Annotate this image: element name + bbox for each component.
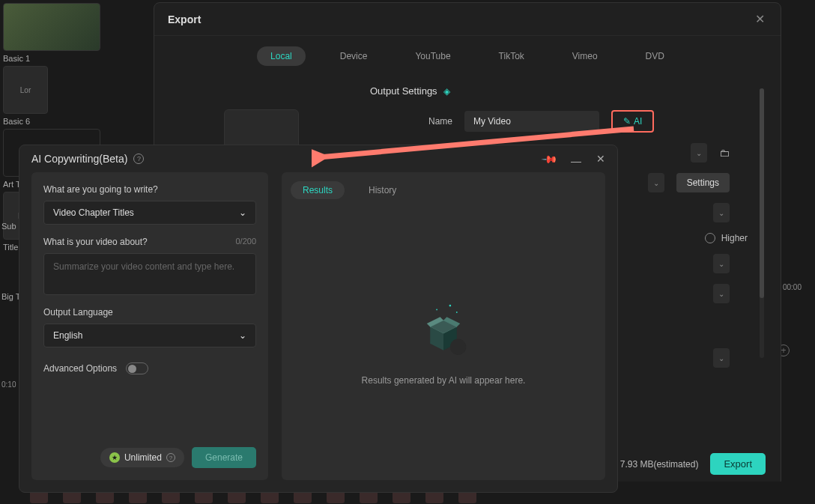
empty-text: Results generated by AI will appear here…	[362, 375, 526, 386]
ai-panel-header: AI Copywriting(Beta) ? 📌 ✕	[19, 145, 617, 172]
ai-form: What are you going to write? Video Chapt…	[31, 172, 268, 480]
svg-point-2	[449, 304, 452, 306]
chevron-down-icon[interactable]: ⌄	[648, 173, 664, 192]
results-tabs: Results History	[291, 181, 596, 199]
chevron-down-icon[interactable]: ⌄	[713, 348, 730, 368]
advanced-toggle[interactable]	[126, 362, 148, 374]
tab-device[interactable]: Device	[327, 46, 381, 66]
help-icon[interactable]: ?	[133, 154, 144, 164]
tab-dvd[interactable]: DVD	[632, 46, 678, 66]
setting-name-row: Name ✎ AI	[370, 110, 767, 133]
chevron-down-icon[interactable]: ⌄	[713, 254, 730, 273]
thumb-basic6[interactable]: Lor Basic 6	[3, 66, 48, 126]
ai-panel-title: AI Copywriting(Beta)	[31, 153, 127, 165]
about-label: What is your video about? 0/200	[43, 237, 256, 247]
ai-results: Results History Results generated by AI …	[282, 172, 605, 480]
ai-button[interactable]: ✎ AI	[611, 110, 654, 133]
chevron-down-icon: ⌄	[239, 330, 246, 341]
svg-point-10	[450, 338, 466, 354]
export-tabs: Local Device YouTube TikTok Vimeo DVD	[154, 36, 781, 76]
export-header: Export ✕	[154, 3, 781, 36]
output-settings-header: Output Settings ◈	[370, 85, 767, 97]
higher-label: Higher	[721, 233, 748, 243]
lang-select[interactable]: English ⌄	[43, 324, 256, 347]
filesize-label: 7.93 MB(estimated)	[620, 459, 699, 470]
tab-history[interactable]: History	[357, 181, 408, 199]
generate-button[interactable]: Generate	[192, 447, 256, 468]
scroll-thumb	[760, 88, 764, 298]
thumb-image	[3, 3, 100, 51]
chevron-down-icon[interactable]: ⌄	[691, 143, 707, 163]
scrollbar[interactable]	[760, 88, 764, 358]
chevron-down-icon[interactable]: ⌄	[713, 203, 730, 222]
export-button[interactable]: Export	[710, 453, 766, 475]
lang-label: Output Language	[43, 307, 256, 318]
chevron-down-icon[interactable]: ⌄	[713, 284, 730, 303]
minimize-icon[interactable]	[571, 161, 581, 163]
write-type-select[interactable]: Video Chapter Titles ⌄	[43, 201, 256, 225]
name-label: Name	[370, 116, 452, 127]
svg-point-4	[456, 312, 458, 313]
radio-icon[interactable]	[705, 233, 715, 243]
about-textarea[interactable]	[43, 253, 256, 295]
ai-panel-body: What are you going to write? Video Chapt…	[19, 172, 617, 492]
thumb-label: Basic 6	[3, 117, 48, 126]
close-icon[interactable]: ✕	[596, 153, 605, 165]
thumb-label: Basic 1	[3, 54, 100, 63]
pen-icon: ✎	[623, 116, 631, 127]
star-icon: ★	[109, 452, 120, 463]
timeline-marker: 0:10	[1, 380, 16, 389]
help-icon: ?	[166, 453, 175, 462]
advanced-options-row: Advanced Options	[43, 362, 256, 374]
tab-youtube[interactable]: YouTube	[402, 46, 464, 66]
settings-button[interactable]: Settings	[676, 173, 730, 192]
ai-form-footer: ★ Unlimited ? Generate	[43, 447, 256, 468]
export-title: Export	[168, 13, 201, 25]
name-input[interactable]	[464, 111, 599, 132]
tab-tiktok[interactable]: TikTok	[485, 46, 538, 66]
thumb-basic1[interactable]: Basic 1	[3, 3, 100, 63]
timeline-timecode: 00:00	[783, 283, 802, 291]
chevron-down-icon: ⌄	[239, 207, 246, 218]
tab-vimeo[interactable]: Vimeo	[559, 46, 611, 66]
bigt-label: Big T	[1, 292, 20, 301]
empty-box-icon	[410, 300, 477, 360]
pin-icon[interactable]: 📌	[541, 150, 558, 167]
svg-point-3	[436, 309, 437, 310]
write-prompt-label: What are you going to write?	[43, 184, 256, 195]
unlimited-pill[interactable]: ★ Unlimited ?	[100, 448, 184, 467]
cube-icon: ◈	[443, 86, 450, 97]
ai-header-controls: 📌 ✕	[543, 153, 605, 165]
results-empty-state: Results generated by AI will appear here…	[291, 214, 596, 471]
thumb-image: Lor	[3, 66, 48, 114]
tab-results[interactable]: Results	[291, 181, 345, 199]
char-count: 0/200	[235, 237, 256, 247]
sub-label: Sub	[1, 222, 16, 231]
folder-icon[interactable]: 🗀	[719, 147, 730, 159]
ai-copywriting-panel: AI Copywriting(Beta) ? 📌 ✕ What are you …	[19, 145, 618, 493]
tab-local[interactable]: Local	[257, 46, 306, 66]
close-icon[interactable]: ✕	[752, 12, 767, 26]
